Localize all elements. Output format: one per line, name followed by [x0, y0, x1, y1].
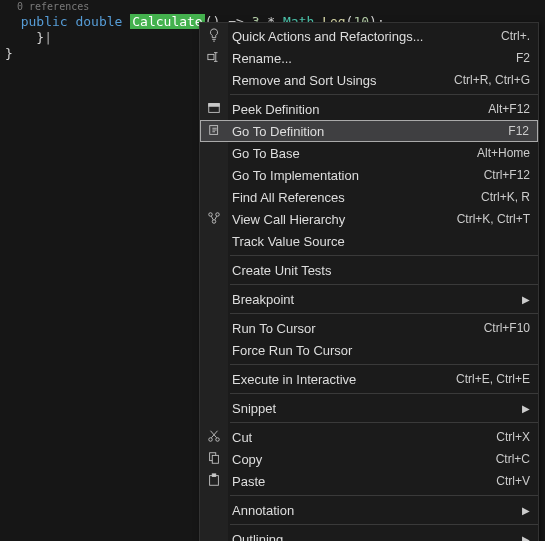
keyword: double [75, 14, 122, 29]
svg-point-5 [216, 212, 220, 216]
bulb-icon [200, 28, 228, 45]
menu-item-label: Find All References [232, 190, 481, 205]
svg-point-8 [216, 437, 220, 441]
menu-shortcut: Ctrl+V [496, 474, 530, 488]
menu-item-label: Peek Definition [232, 102, 488, 117]
menu-item-label: Paste [232, 474, 496, 489]
keyword: public [21, 14, 68, 29]
menu-item-track-value-source[interactable]: Track Value Source [200, 230, 538, 252]
svg-rect-11 [210, 475, 219, 485]
submenu-arrow-icon: ▶ [522, 534, 530, 542]
menu-shortcut: Ctrl+. [501, 29, 530, 43]
menu-separator [230, 422, 538, 423]
menu-shortcut: F12 [508, 124, 529, 138]
menu-item-label: Go To Implementation [232, 168, 484, 183]
menu-separator [230, 393, 538, 394]
menu-shortcut: Ctrl+E, Ctrl+E [456, 372, 530, 386]
menu-item-cut[interactable]: CutCtrl+X [200, 426, 538, 448]
menu-shortcut: Ctrl+F12 [484, 168, 530, 182]
menu-item-label: Track Value Source [232, 234, 530, 249]
menu-item-go-to-implementation[interactable]: Go To ImplementationCtrl+F12 [200, 164, 538, 186]
context-menu[interactable]: Quick Actions and Refactorings...Ctrl+.R… [199, 22, 539, 541]
menu-item-peek-definition[interactable]: Peek DefinitionAlt+F12 [200, 98, 538, 120]
menu-item-label: Quick Actions and Refactorings... [232, 29, 501, 44]
menu-item-label: Run To Cursor [232, 321, 484, 336]
menu-item-remove-and-sort-usings[interactable]: Remove and Sort UsingsCtrl+R, Ctrl+G [200, 69, 538, 91]
menu-item-label: Copy [232, 452, 496, 467]
menu-item-rename[interactable]: Rename...F2 [200, 47, 538, 69]
codelens-text[interactable]: 0 references [5, 0, 540, 14]
menu-item-label: Snippet [232, 401, 522, 416]
menu-item-run-to-cursor[interactable]: Run To CursorCtrl+F10 [200, 317, 538, 339]
menu-item-go-to-base[interactable]: Go To BaseAlt+Home [200, 142, 538, 164]
cut-icon [200, 429, 228, 446]
menu-item-snippet[interactable]: Snippet▶ [200, 397, 538, 419]
menu-separator [230, 284, 538, 285]
peek-icon [200, 101, 228, 118]
menu-item-paste[interactable]: PasteCtrl+V [200, 470, 538, 492]
hierarchy-icon [200, 211, 228, 228]
menu-item-label: Annotation [232, 503, 522, 518]
menu-item-find-all-references[interactable]: Find All ReferencesCtrl+K, R [200, 186, 538, 208]
menu-item-label: Execute in Interactive [232, 372, 456, 387]
menu-separator [230, 313, 538, 314]
svg-rect-12 [212, 473, 216, 476]
menu-separator [230, 94, 538, 95]
method-highlight: Calculate [130, 14, 204, 29]
menu-item-label: Cut [232, 430, 496, 445]
menu-item-label: Go To Definition [232, 124, 508, 139]
menu-item-label: Create Unit Tests [232, 263, 530, 278]
caret: | [44, 30, 52, 45]
menu-item-annotation[interactable]: Annotation▶ [200, 499, 538, 521]
menu-item-label: Outlining [232, 532, 522, 542]
menu-item-label: View Call Hierarchy [232, 212, 457, 227]
copy-icon [200, 451, 228, 468]
menu-shortcut: Ctrl+X [496, 430, 530, 444]
menu-shortcut: Ctrl+F10 [484, 321, 530, 335]
menu-shortcut: Ctrl+K, Ctrl+T [457, 212, 530, 226]
menu-separator [230, 495, 538, 496]
menu-separator [230, 255, 538, 256]
menu-item-view-call-hierarchy[interactable]: View Call HierarchyCtrl+K, Ctrl+T [200, 208, 538, 230]
menu-item-label: Breakpoint [232, 292, 522, 307]
menu-item-outlining[interactable]: Outlining▶ [200, 528, 538, 541]
rename-icon [200, 50, 228, 67]
menu-item-execute-in-interactive[interactable]: Execute in InteractiveCtrl+E, Ctrl+E [200, 368, 538, 390]
submenu-arrow-icon: ▶ [522, 505, 530, 516]
svg-point-6 [212, 219, 216, 223]
menu-item-copy[interactable]: CopyCtrl+C [200, 448, 538, 470]
menu-shortcut: Ctrl+K, R [481, 190, 530, 204]
menu-item-label: Force Run To Cursor [232, 343, 530, 358]
paste-icon [200, 473, 228, 490]
svg-point-4 [209, 212, 213, 216]
menu-item-go-to-definition[interactable]: Go To DefinitionF12 [200, 120, 538, 142]
submenu-arrow-icon: ▶ [522, 403, 530, 414]
goto-icon [201, 123, 229, 140]
menu-item-label: Remove and Sort Usings [232, 73, 454, 88]
menu-item-create-unit-tests[interactable]: Create Unit Tests [200, 259, 538, 281]
svg-rect-10 [212, 455, 218, 463]
menu-item-force-run-to-cursor[interactable]: Force Run To Cursor [200, 339, 538, 361]
menu-shortcut: Alt+Home [477, 146, 530, 160]
svg-rect-0 [208, 54, 214, 59]
menu-separator [230, 524, 538, 525]
menu-item-label: Go To Base [232, 146, 477, 161]
menu-shortcut: Ctrl+C [496, 452, 530, 466]
menu-item-breakpoint[interactable]: Breakpoint▶ [200, 288, 538, 310]
menu-separator [230, 364, 538, 365]
submenu-arrow-icon: ▶ [522, 294, 530, 305]
svg-point-7 [209, 437, 213, 441]
menu-item-quick-actions-and-refactorings[interactable]: Quick Actions and Refactorings...Ctrl+. [200, 25, 538, 47]
menu-shortcut: Alt+F12 [488, 102, 530, 116]
svg-rect-2 [209, 103, 220, 106]
menu-shortcut: F2 [516, 51, 530, 65]
menu-item-label: Rename... [232, 51, 516, 66]
menu-shortcut: Ctrl+R, Ctrl+G [454, 73, 530, 87]
